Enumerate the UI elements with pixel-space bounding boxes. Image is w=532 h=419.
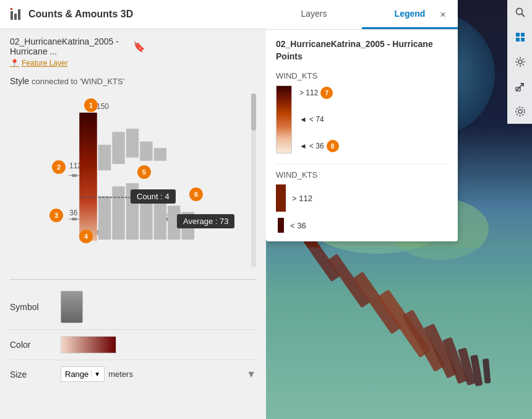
badge-2: 2 bbox=[52, 160, 66, 174]
legend-divider bbox=[276, 163, 448, 164]
share-toolbar-btn[interactable] bbox=[508, 74, 533, 99]
svg-rect-28 bbox=[377, 289, 431, 358]
legend-section1-label: WIND_KTS bbox=[276, 71, 448, 80]
legend-tick-low-text: < 36 bbox=[309, 142, 324, 150]
svg-rect-16 bbox=[154, 148, 166, 161]
scrollbar[interactable] bbox=[251, 93, 256, 267]
count-tooltip: Count : 4 bbox=[131, 189, 176, 204]
svg-rect-35 bbox=[266, 248, 532, 419]
bookmark-icon[interactable]: 🔖 bbox=[133, 41, 256, 53]
settings-toolbar-btn[interactable] bbox=[508, 99, 533, 124]
svg-rect-27 bbox=[353, 272, 401, 335]
size-unit: meters bbox=[108, 369, 133, 379]
legend-color-bar-wrap: > 112 7 ◄ < 74 ◄ < 36 8 bbox=[276, 85, 448, 153]
legend-color-bar bbox=[276, 85, 292, 153]
symbol-tall bbox=[276, 184, 286, 212]
chart-svg: x̄ bbox=[10, 93, 256, 273]
layers-tab[interactable]: Layers bbox=[266, 0, 362, 29]
legend-content: 02_HurricaneKatrina_2005 - Hurricane Poi… bbox=[266, 30, 458, 241]
svg-rect-19 bbox=[72, 175, 77, 177]
svg-rect-4 bbox=[79, 113, 97, 241]
avg-tooltip: Average : 73 bbox=[177, 214, 234, 228]
svg-rect-40 bbox=[516, 38, 520, 41]
svg-rect-2 bbox=[18, 9, 20, 20]
symbol-row: Symbol bbox=[10, 285, 256, 330]
legend-ticks: > 112 7 ◄ < 74 ◄ < 36 8 bbox=[299, 85, 339, 153]
gear-icon bbox=[515, 56, 526, 67]
style-label: Style connected to 'WIND_KTS' bbox=[10, 76, 256, 86]
svg-rect-30 bbox=[424, 323, 457, 378]
svg-rect-33 bbox=[470, 355, 483, 386]
badge-3: 3 bbox=[49, 209, 63, 222]
color-preview[interactable] bbox=[61, 336, 116, 353]
panel-title: Counts & Amounts 3D bbox=[28, 9, 133, 20]
legend-symbol-row-2: < 36 bbox=[276, 218, 448, 233]
size-chevron-icon[interactable]: ▼ bbox=[246, 369, 256, 380]
legend-section2-label: WIND_KTS bbox=[276, 170, 448, 179]
sym-label-1: > 112 bbox=[292, 194, 312, 203]
svg-rect-3 bbox=[11, 8, 12, 10]
left-content: 02_HurricaneKatrina_2005 - Hurricane ...… bbox=[0, 29, 266, 419]
color-label: Color bbox=[10, 340, 53, 350]
divider-1 bbox=[10, 279, 256, 280]
svg-rect-0 bbox=[11, 11, 13, 20]
svg-point-36 bbox=[516, 8, 522, 14]
size-select-value: Range bbox=[65, 369, 88, 379]
legend-badge-7: 7 bbox=[320, 87, 333, 99]
scroll-thumb bbox=[251, 93, 256, 131]
close-button[interactable]: × bbox=[435, 7, 450, 22]
svg-rect-1 bbox=[14, 14, 17, 20]
search-toolbar-btn[interactable] bbox=[508, 0, 533, 25]
svg-rect-14 bbox=[126, 129, 139, 158]
legend-tick-top: > 112 7 bbox=[299, 87, 339, 99]
left-header: Counts & Amounts 3D bbox=[0, 0, 266, 29]
svg-rect-9 bbox=[154, 202, 166, 240]
svg-rect-12 bbox=[98, 145, 111, 170]
layer-name-text: 02_HurricaneKatrina_2005 - Hurricane ... bbox=[10, 37, 133, 56]
svg-point-44 bbox=[518, 110, 522, 113]
badge-6: 6 bbox=[189, 188, 203, 201]
share-icon bbox=[515, 81, 526, 92]
legend-tick-top-text: > 112 bbox=[299, 89, 318, 97]
feature-layer-text: Feature Layer bbox=[22, 59, 68, 67]
symbol-short bbox=[278, 218, 284, 233]
svg-rect-15 bbox=[140, 142, 152, 161]
svg-rect-13 bbox=[112, 132, 124, 164]
svg-rect-34 bbox=[483, 358, 491, 384]
layer-name-row: 02_HurricaneKatrina_2005 - Hurricane ...… bbox=[10, 37, 256, 56]
svg-line-37 bbox=[521, 14, 525, 17]
svg-rect-41 bbox=[521, 38, 525, 41]
badge-4: 4 bbox=[79, 230, 93, 243]
chart-container: 1 2 3 4 5 6 150 112 36 30 x̄ Count : 4 A bbox=[10, 93, 256, 273]
svg-point-42 bbox=[518, 60, 522, 64]
svg-point-45 bbox=[516, 107, 525, 116]
symbol-label: Symbol bbox=[10, 302, 53, 312]
legend-symbol-row-1: > 112 bbox=[276, 184, 448, 212]
layers-toolbar-btn[interactable] bbox=[508, 25, 533, 50]
svg-rect-39 bbox=[521, 33, 525, 37]
symbol-preview[interactable] bbox=[61, 291, 83, 323]
sym-label-2: < 36 bbox=[290, 221, 306, 230]
svg-rect-6 bbox=[112, 186, 124, 240]
size-label: Size bbox=[10, 369, 53, 379]
legend-tick-mid-text: < 74 bbox=[309, 115, 324, 124]
legend-tick-low: ◄ < 36 8 bbox=[299, 140, 339, 152]
svg-rect-5 bbox=[98, 196, 111, 240]
legend-symbols: > 112 < 36 bbox=[276, 184, 448, 233]
badge-5: 5 bbox=[137, 165, 151, 179]
color-row: Color bbox=[10, 330, 256, 360]
svg-rect-20 bbox=[72, 218, 77, 220]
left-panel: Counts & Amounts 3D 02_HurricaneKatrina_… bbox=[0, 0, 266, 419]
svg-rect-25 bbox=[303, 235, 341, 282]
svg-rect-38 bbox=[516, 33, 520, 37]
svg-rect-32 bbox=[458, 347, 476, 386]
legend-tick-mid: ◄ < 74 bbox=[299, 115, 339, 124]
size-select[interactable]: Range ▼ bbox=[61, 366, 105, 382]
legend-panel: Layers Legend × 02_HurricaneKatrina_2005… bbox=[266, 0, 458, 241]
gear-toolbar-btn[interactable] bbox=[508, 50, 533, 74]
settings-icon bbox=[515, 106, 526, 117]
legend-badge-8: 8 bbox=[327, 140, 339, 152]
size-select-wrap: Range ▼ meters bbox=[61, 366, 133, 382]
feature-layer-link[interactable]: 📍 Feature Layer bbox=[10, 59, 256, 67]
location-icon: 📍 bbox=[10, 59, 19, 67]
